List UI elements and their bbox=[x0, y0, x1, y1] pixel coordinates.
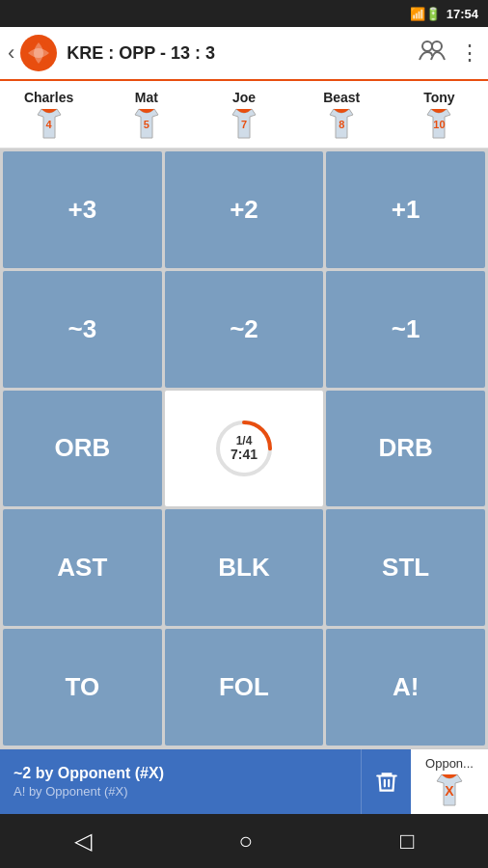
jersey-number-charles: 4 bbox=[46, 118, 52, 129]
banner-jersey-mark: X bbox=[445, 783, 453, 799]
recents-nav-button[interactable]: □ bbox=[381, 820, 434, 862]
status-bar: 📶🔋 17:54 bbox=[0, 0, 488, 27]
jersey-joe: 7 bbox=[230, 107, 258, 140]
jersey-beast: 8 bbox=[328, 107, 355, 140]
nav-icons-group: ⋮ bbox=[419, 39, 480, 68]
nav-bar: ‹ KRE : OPP - 13 : 3 ⋮ bbox=[0, 27, 488, 81]
status-icons: 📶🔋 bbox=[410, 7, 441, 21]
player-name-tony: Tony bbox=[423, 90, 454, 105]
orb-button[interactable]: ORB bbox=[3, 391, 162, 507]
timer-text: 1/4 7:41 bbox=[230, 435, 258, 463]
svg-point-2 bbox=[432, 41, 442, 51]
stl-button[interactable]: STL bbox=[326, 509, 485, 626]
player-name-joe: Joe bbox=[232, 90, 256, 105]
jersey-number-joe: 7 bbox=[241, 118, 247, 129]
banner-opponent-player: Oppon... X bbox=[411, 749, 488, 814]
plus1-button[interactable]: +1 bbox=[326, 151, 485, 268]
player-col-joe[interactable]: Joe 7 bbox=[195, 81, 292, 148]
timer-fraction: 1/4 bbox=[230, 435, 258, 447]
players-icon[interactable] bbox=[419, 39, 446, 68]
banner-opponent-name: Oppon... bbox=[425, 756, 474, 771]
status-time: 17:54 bbox=[447, 7, 478, 21]
jersey-charles: 4 bbox=[36, 107, 63, 140]
blk-button[interactable]: BLK bbox=[165, 509, 324, 626]
player-col-tony[interactable]: Tony 10 bbox=[391, 81, 488, 148]
jersey-tony: 10 bbox=[425, 107, 452, 140]
drb-button[interactable]: DRB bbox=[326, 391, 485, 507]
action-grid: +3 +2 +1 ~3 ~2 ~1 ORB 1/4 7:41 DRB AST B… bbox=[0, 149, 488, 748]
home-nav-button[interactable]: ○ bbox=[220, 820, 273, 862]
jersey-number-tony: 10 bbox=[433, 118, 445, 129]
svg-point-1 bbox=[422, 41, 432, 51]
bottom-banner: ~2 by Opponent (#X) A! by Opponent (#X) … bbox=[0, 748, 488, 814]
back-button[interactable]: ‹ bbox=[8, 41, 14, 66]
bottom-nav: ◁ ○ □ bbox=[0, 814, 488, 868]
jersey-mat: 5 bbox=[133, 107, 160, 140]
jersey-number-mat: 5 bbox=[144, 118, 149, 129]
player-col-charles[interactable]: Charles 4 bbox=[0, 81, 97, 148]
player-header: Charles 4 Mat 5 Joe 7 Beas bbox=[0, 81, 488, 149]
nav-title: KRE : OPP - 13 : 3 bbox=[67, 43, 419, 64]
plus3-button[interactable]: +3 bbox=[3, 151, 162, 268]
banner-main-text: ~2 by Opponent (#X) bbox=[14, 765, 347, 782]
jersey-number-beast: 8 bbox=[339, 118, 344, 129]
timer-cell[interactable]: 1/4 7:41 bbox=[165, 391, 324, 507]
a-button[interactable]: A! bbox=[326, 629, 485, 746]
ast-button[interactable]: AST bbox=[3, 509, 162, 626]
banner-trash-button[interactable] bbox=[361, 749, 411, 814]
player-name-charles: Charles bbox=[24, 90, 73, 105]
banner-text-area[interactable]: ~2 by Opponent (#X) A! by Opponent (#X) bbox=[0, 749, 361, 814]
app-logo bbox=[20, 35, 57, 71]
to-button[interactable]: TO bbox=[3, 629, 162, 746]
plus2-button[interactable]: +2 bbox=[165, 151, 324, 268]
player-name-beast: Beast bbox=[323, 90, 360, 105]
timer-time: 7:41 bbox=[230, 447, 258, 463]
back-nav-button[interactable]: ◁ bbox=[55, 820, 111, 862]
banner-opponent-jersey: X bbox=[435, 773, 464, 807]
player-col-mat[interactable]: Mat 5 bbox=[97, 81, 195, 148]
tilde2-button[interactable]: ~2 bbox=[165, 271, 324, 388]
fol-button[interactable]: FOL bbox=[165, 629, 324, 746]
more-options-icon[interactable]: ⋮ bbox=[459, 41, 480, 66]
player-col-beast[interactable]: Beast 8 bbox=[293, 81, 391, 148]
banner-sub-text: A! by Opponent (#X) bbox=[14, 784, 347, 799]
timer-circle: 1/4 7:41 bbox=[214, 419, 274, 478]
tilde3-button[interactable]: ~3 bbox=[3, 271, 162, 388]
player-name-mat: Mat bbox=[135, 90, 158, 105]
tilde1-button[interactable]: ~1 bbox=[326, 271, 485, 388]
